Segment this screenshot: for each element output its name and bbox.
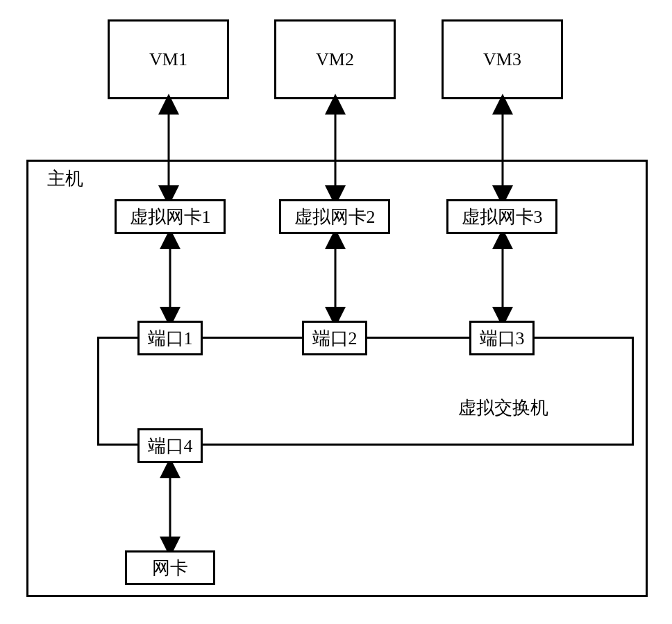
- vnic2-box: 虚拟网卡2: [279, 199, 390, 234]
- vm1-label: VM1: [149, 49, 187, 70]
- vnic2-label: 虚拟网卡2: [294, 205, 376, 229]
- port1-box: 端口1: [137, 321, 203, 355]
- vnic3-box: 虚拟网卡3: [446, 199, 557, 234]
- vnic1-label: 虚拟网卡1: [130, 205, 211, 229]
- port3-label: 端口3: [480, 326, 525, 351]
- vm1-box: VM1: [108, 19, 229, 99]
- port3-box: 端口3: [469, 321, 535, 355]
- vm2-label: VM2: [316, 49, 354, 70]
- host-label: 主机: [47, 167, 83, 191]
- nic-label: 网卡: [152, 556, 188, 580]
- vnic3-label: 虚拟网卡3: [462, 205, 543, 229]
- nic-box: 网卡: [125, 550, 215, 585]
- port1-label: 端口1: [148, 326, 193, 351]
- vm3-label: VM3: [483, 49, 521, 70]
- vnic1-box: 虚拟网卡1: [115, 199, 226, 234]
- port4-box: 端口4: [137, 428, 203, 463]
- vm2-box: VM2: [274, 19, 396, 99]
- vswitch-label: 虚拟交换机: [458, 396, 548, 420]
- port4-label: 端口4: [148, 434, 193, 458]
- vm3-box: VM3: [442, 19, 563, 99]
- port2-label: 端口2: [312, 326, 358, 351]
- port2-box: 端口2: [302, 321, 367, 355]
